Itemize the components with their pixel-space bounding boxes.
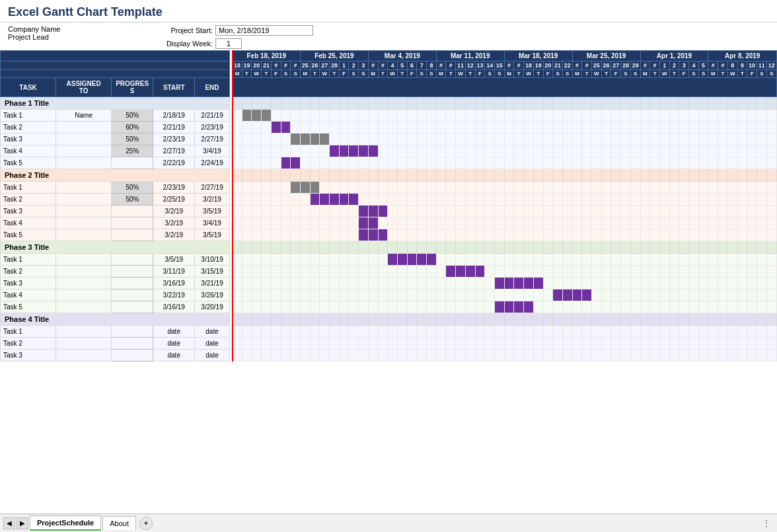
task-row: Task 150%2/23/192/27/19 xyxy=(1,182,777,194)
task-row: Task 52/22/192/24/19 xyxy=(1,157,777,169)
company-info: Company Name Project Lead xyxy=(8,25,87,41)
left-cols-header xyxy=(1,51,230,61)
task-row: Task 33/16/193/21/19 xyxy=(1,278,777,289)
task-row: Task 33/2/193/5/19 xyxy=(1,206,777,217)
week-header-6: Apr 1, 2019 xyxy=(640,51,708,61)
display-week-row: Display Week: xyxy=(153,38,313,49)
task-row: Task 1Name50%2/18/192/21/19 xyxy=(1,110,777,122)
company-name: Company Name xyxy=(8,25,87,33)
tab-bar: ◀ ▶ ProjectSchedule About + ⋮ xyxy=(0,513,777,532)
task-row: Task 250%2/25/193/2/19 xyxy=(1,194,777,206)
task-row: Task 13/5/193/10/19 xyxy=(1,254,777,266)
phase-row: Phase 3 Title xyxy=(1,241,777,254)
col-headers-row: TASK ASSIGNEDTO PROGRESS START END xyxy=(1,78,777,97)
project-lead: Project Lead xyxy=(8,33,87,41)
task-row: Task 2datedate xyxy=(1,338,777,350)
task-row: Task 1datedate xyxy=(1,326,777,338)
week-header-1: Feb 25, 2019 xyxy=(300,51,368,61)
week-header-5: Mar 25, 2019 xyxy=(572,51,640,61)
col-start-header: START xyxy=(153,78,195,97)
task-row: Task 425%2/27/193/4/19 xyxy=(1,145,777,157)
week-header-3: Mar 11, 2019 xyxy=(436,51,504,61)
tab-project-schedule[interactable]: ProjectSchedule xyxy=(30,515,101,531)
day-number-row: 18192021### 25262728123 ##45678 ##111213… xyxy=(1,61,777,70)
project-inputs: Project Start: Display Week: xyxy=(153,25,313,49)
tab-bar-right-controls: ⋮ xyxy=(762,519,774,528)
tab-add-button[interactable]: + xyxy=(139,517,153,530)
col-end-header: END xyxy=(195,78,230,97)
col-assigned-header: ASSIGNEDTO xyxy=(56,78,112,97)
tab-nav-left[interactable]: ◀ xyxy=(3,517,15,529)
phase-row: Phase 4 Title xyxy=(1,313,777,326)
gantt-table: Feb 18, 2019 Feb 25, 2019 Mar 4, 2019 Ma… xyxy=(0,50,777,361)
project-start-row: Project Start: xyxy=(153,25,313,36)
col-progress-header: PROGRESS xyxy=(112,78,153,97)
gantt-wrapper: Feb 18, 2019 Feb 25, 2019 Mar 4, 2019 Ma… xyxy=(0,50,777,361)
display-week-label: Display Week: xyxy=(153,40,213,48)
tab-nav-right[interactable]: ▶ xyxy=(17,517,28,529)
project-start-input[interactable] xyxy=(215,25,313,36)
day-letter-row: MTWTFSS MTWTFSS MTWTFSS MTWTFSS MTWTFSS … xyxy=(1,70,777,78)
project-start-label: Project Start: xyxy=(153,26,213,34)
header: Excel Gantt Chart Template xyxy=(0,0,777,22)
task-row: Task 53/2/193/5/19 xyxy=(1,229,777,241)
task-row: Task 53/16/193/20/19 xyxy=(1,301,777,313)
main-content: Feb 18, 2019 Feb 25, 2019 Mar 4, 2019 Ma… xyxy=(0,50,777,513)
week-header-0: Feb 18, 2019 xyxy=(233,51,301,61)
week-header-2: Mar 4, 2019 xyxy=(368,51,436,61)
task-row: Task 260%2/21/192/23/19 xyxy=(1,122,777,133)
task-row: Task 43/2/193/4/19 xyxy=(1,217,777,229)
task-row: Task 23/11/193/15/19 xyxy=(1,266,777,278)
display-week-input[interactable] xyxy=(215,38,242,49)
week-header-7: Apr 8, 2019 xyxy=(708,51,777,61)
week-header-row: Feb 18, 2019 Feb 25, 2019 Mar 4, 2019 Ma… xyxy=(1,51,777,61)
col-task-header: TASK xyxy=(1,78,56,97)
task-row: Task 43/22/193/26/19 xyxy=(1,289,777,301)
gantt-body: Phase 1 TitleTask 1Name50%2/18/192/21/19… xyxy=(1,97,777,361)
meta-section: Company Name Project Lead Project Start:… xyxy=(0,22,777,50)
app: Excel Gantt Chart Template Company Name … xyxy=(0,0,777,532)
task-row: Task 350%2/23/192/27/19 xyxy=(1,133,777,145)
tab-about[interactable]: About xyxy=(102,516,136,530)
phase-row: Phase 2 Title xyxy=(1,169,777,182)
week-header-4: Mar 18, 2019 xyxy=(504,51,572,61)
page-title: Excel Gantt Chart Template xyxy=(8,5,769,19)
phase-row: Phase 1 Title xyxy=(1,97,777,110)
task-row: Task 3datedate xyxy=(1,350,777,361)
